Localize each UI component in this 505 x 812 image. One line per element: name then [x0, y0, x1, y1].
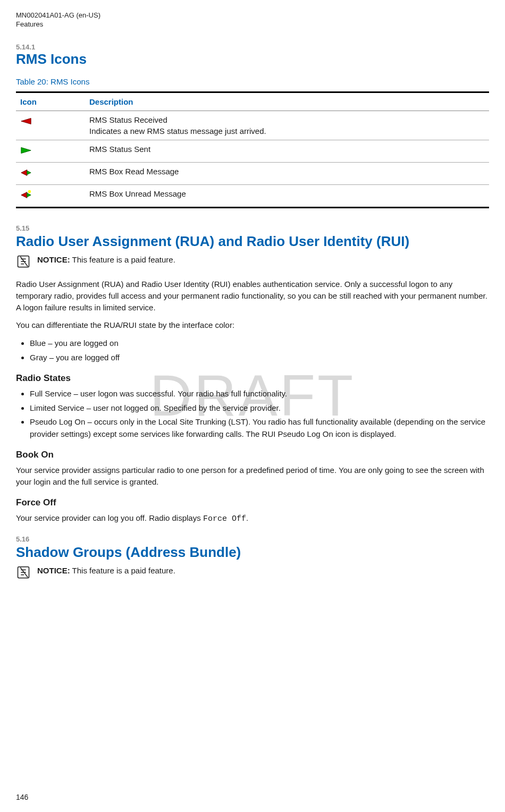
- section-title-rms-icons: RMS Icons: [16, 51, 489, 67]
- col-header-description: Description: [85, 92, 489, 111]
- section-title-shadow-groups: Shadow Groups (Address Bundle): [16, 544, 489, 561]
- section-number-5-14-1: 5.14.1: [16, 43, 489, 51]
- row-title: RMS Box Read Message: [89, 167, 485, 176]
- notice-row: NOTICE: This feature is a paid feature.: [16, 254, 489, 269]
- svg-point-6: [28, 190, 31, 193]
- para-rua-intro: Radio User Assignment (RUA) and Radio Us…: [16, 278, 489, 313]
- table-row: RMS Status Received Indicates a new RMS …: [16, 111, 489, 140]
- page-number: 146: [16, 793, 28, 801]
- rms-box-read-icon: [20, 167, 32, 179]
- section-title-rua-rui: Radio User Assignment (RUA) and Radio Us…: [16, 233, 489, 250]
- doc-id: MN002041A01-AG (en-US): [16, 11, 489, 20]
- row-detail: Indicates a new RMS status message just …: [89, 126, 266, 136]
- row-title: RMS Status Received: [89, 115, 485, 124]
- force-off-post: .: [246, 513, 248, 522]
- svg-marker-5: [27, 193, 31, 197]
- row-title: RMS Box Unread Message: [89, 189, 485, 198]
- list-item: Gray – you are logged off: [30, 352, 489, 364]
- color-state-list: Blue – you are logged on Gray – you are …: [16, 337, 489, 363]
- notice-icon: [16, 565, 31, 580]
- rms-status-received-icon: [20, 115, 32, 127]
- list-item: Blue – you are logged on: [30, 337, 489, 350]
- notice-row: NOTICE: This feature is a paid feature.: [16, 565, 489, 580]
- subhead-book-on: Book On: [16, 450, 489, 460]
- svg-marker-2: [21, 170, 27, 176]
- table-row: RMS Box Read Message: [16, 163, 489, 185]
- para-force-off: Your service provider can log you off. R…: [16, 512, 489, 525]
- notice-label: NOTICE:: [37, 255, 70, 264]
- subhead-force-off: Force Off: [16, 497, 489, 508]
- force-off-code: Force Off: [203, 514, 246, 523]
- section-number-5-15: 5.15: [16, 224, 489, 232]
- para-rua-color: You can differentiate the RUA/RUI state …: [16, 319, 489, 331]
- doc-section: Features: [16, 20, 489, 28]
- table-caption: Table 20: RMS Icons: [16, 77, 489, 86]
- table-row: RMS Box Unread Message: [16, 185, 489, 208]
- notice-label: NOTICE:: [37, 566, 70, 575]
- list-item: Pseudo Log On – occurs only in the Local…: [30, 416, 489, 440]
- subhead-radio-states: Radio States: [16, 373, 489, 384]
- rms-box-unread-icon: [20, 189, 32, 201]
- section-number-5-16: 5.16: [16, 535, 489, 543]
- notice-body: This feature is a paid feature.: [70, 255, 175, 264]
- list-item: Limited Service – user not logged on. Sp…: [30, 402, 489, 415]
- row-title: RMS Status Sent: [89, 145, 485, 154]
- svg-marker-3: [27, 171, 31, 175]
- radio-states-list: Full Service – user logon was successful…: [16, 388, 489, 440]
- para-book-on: Your service provider assigns particular…: [16, 464, 489, 488]
- notice-body: This feature is a paid feature.: [70, 566, 175, 575]
- svg-marker-0: [21, 119, 31, 124]
- table-row: RMS Status Sent: [16, 140, 489, 163]
- rms-icons-table: Icon Description RMS Status Received Ind…: [16, 91, 489, 208]
- rms-status-sent-icon: [20, 145, 32, 156]
- svg-marker-1: [21, 148, 31, 154]
- svg-marker-4: [21, 192, 27, 198]
- notice-icon: [16, 254, 31, 269]
- col-header-icon: Icon: [16, 92, 85, 111]
- force-off-pre: Your service provider can log you off. R…: [16, 513, 203, 522]
- list-item: Full Service – user logon was successful…: [30, 388, 489, 400]
